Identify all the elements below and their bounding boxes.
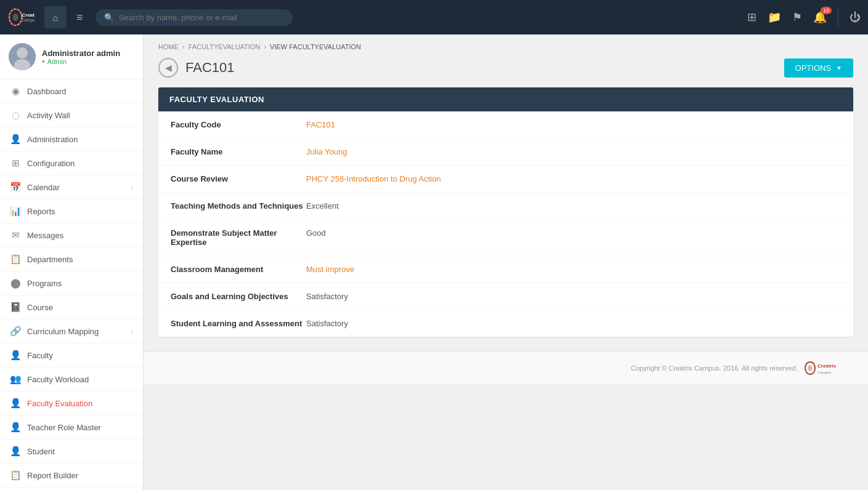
sidebar-item-label-configuration: Configuration (27, 159, 75, 168)
evaluation-card: FACULTY EVALUATION Faculty CodeFAC101Fac… (158, 87, 853, 337)
flag-icon-button[interactable]: ⚑ (792, 10, 802, 24)
breadcrumb-sep2: › (264, 43, 266, 50)
sidebar-item-activity-wall[interactable]: ◌Activity Wall (0, 103, 143, 127)
faculty-icon: 👤 (10, 350, 21, 361)
messages-icon: ✉ (10, 230, 21, 241)
sidebar-item-label-departments: Departments (27, 255, 73, 264)
main-content: HOME › FACULTYEVALUATION › VIEW FACULTYE… (144, 34, 868, 490)
sidebar-item-label-activity-wall: Activity Wall (27, 111, 70, 120)
sidebar-item-teacher-role-master[interactable]: 👤Teacher Role Master (0, 416, 143, 440)
user-role: Admin (42, 58, 120, 65)
sidebar-item-label-programs: Programs (27, 279, 62, 288)
sidebar-item-label-dashboard: Dashboard (27, 87, 67, 96)
svg-point-6 (17, 47, 28, 58)
sidebar-item-label-curriculum-mapping: Curriculum Mapping (27, 327, 99, 336)
sidebar-item-report-builder[interactable]: 📋Report Builder (0, 464, 143, 488)
activity-wall-icon: ◌ (10, 110, 21, 121)
dashboard-icon: ◉ (10, 86, 21, 97)
notification-button[interactable]: 🔔 19 (813, 10, 827, 24)
hamburger-button[interactable]: ≡ (71, 9, 88, 26)
curriculum-mapping-icon: 🔗 (10, 326, 21, 337)
table-row: Faculty CodeFAC101 (158, 111, 853, 139)
search-icon: 🔍 (104, 13, 114, 22)
sidebar-item-label-faculty: Faculty (27, 351, 53, 360)
page-title-area: ◀ FAC101 (158, 58, 235, 78)
search-box: 🔍 (95, 9, 293, 26)
table-row: Student Learning and AssessmentSatisfact… (158, 310, 853, 337)
student-icon: 👤 (10, 446, 21, 457)
sidebar-item-administration[interactable]: 👤Administration (0, 127, 143, 151)
grid-icon-button[interactable]: ⊞ (747, 10, 756, 24)
search-input[interactable] (119, 13, 279, 22)
sidebar-item-messages[interactable]: ✉Messages (0, 223, 143, 247)
course-icon: 📓 (10, 302, 21, 313)
sidebar-item-departments[interactable]: 📋Departments (0, 247, 143, 271)
sidebar-item-student[interactable]: 👤Student (0, 440, 143, 464)
options-button[interactable]: OPTIONS ▼ (784, 58, 853, 78)
back-button[interactable]: ◀ (158, 58, 178, 78)
calendar-icon: 📅 (10, 182, 21, 193)
footer-copyright: Copyright © Creatrix Campus. 2016. All r… (631, 364, 798, 372)
reports-icon: 📊 (10, 206, 21, 217)
sidebar-item-course[interactable]: 📓Course (0, 295, 143, 319)
sidebar-item-curriculum-mapping[interactable]: 🔗Curriculum Mapping› (0, 319, 143, 343)
sidebar-item-faculty[interactable]: 👤Faculty (0, 343, 143, 367)
field-value-5[interactable]: Must improve (306, 265, 841, 274)
svg-text:Creatrix: Creatrix (817, 363, 837, 369)
folder-icon-button[interactable]: 📁 (768, 10, 781, 24)
sidebar-item-configuration[interactable]: ⊞Configuration (0, 151, 143, 175)
sidebar-item-reports[interactable]: 📊Reports (0, 199, 143, 223)
administration-icon: 👤 (10, 134, 21, 145)
field-label-2: Course Review (171, 174, 306, 183)
sidebar-item-label-teacher-role-master: Teacher Role Master (27, 423, 101, 432)
svg-point-2 (13, 14, 18, 21)
svg-text:Creatrix: Creatrix (22, 12, 34, 18)
notification-badge: 19 (821, 7, 832, 14)
sidebar-item-label-administration: Administration (27, 135, 78, 144)
sidebar-item-label-reports: Reports (27, 207, 55, 216)
page-title: FAC101 (185, 60, 235, 76)
field-label-6: Goals and Learning Objectives (171, 292, 306, 301)
power-button[interactable]: ⏻ (850, 11, 861, 24)
field-value-0[interactable]: FAC101 (306, 120, 841, 129)
home-button[interactable]: ⌂ (44, 6, 67, 28)
svg-text:Campus: Campus (22, 18, 34, 23)
field-value-1[interactable]: Julia Young (306, 147, 841, 156)
breadcrumb-home[interactable]: HOME (158, 43, 179, 50)
departments-icon: 📋 (10, 254, 21, 265)
sidebar-item-label-student: Student (27, 447, 55, 456)
card-body: Faculty CodeFAC101Faculty NameJulia Youn… (158, 111, 853, 337)
logo-area: Creatrix Campus (7, 4, 34, 31)
nav-divider (838, 8, 838, 26)
sidebar-item-label-course: Course (27, 303, 53, 312)
nav-right-icons: ⊞ 📁 ⚑ 🔔 19 ⏻ (747, 8, 861, 26)
table-row: Demonstrate Subject Matter ExpertiseGood (158, 220, 853, 256)
table-row: Faculty NameJulia Young (158, 139, 853, 166)
faculty-workload-icon: 👥 (10, 374, 21, 385)
sidebar-item-label-messages: Messages (27, 231, 63, 240)
field-label-3: Teaching Methods and Techniques (171, 201, 306, 211)
sidebar-item-label-report-builder: Report Builder (27, 471, 78, 480)
field-value-3: Excellent (306, 201, 841, 211)
field-value-2[interactable]: PHCY 258-Introduction to Drug Action (306, 174, 841, 183)
user-name: Administrator admin (42, 49, 120, 58)
breadcrumb-parent[interactable]: FACULTYEVALUATION (189, 43, 261, 50)
teacher-role-master-icon: 👤 (10, 422, 21, 433)
sidebar-item-calendar[interactable]: 📅Calendar› (0, 175, 143, 199)
sidebar-item-faculty-evaluation[interactable]: 👤Faculty Evaluation (0, 392, 143, 416)
sidebar-item-dashboard[interactable]: ◉Dashboard (0, 79, 143, 103)
table-row: Classroom ManagementMust improve (158, 256, 853, 283)
field-label-5: Classroom Management (171, 265, 306, 274)
field-value-7: Satisfactory (306, 319, 841, 328)
table-row: Course ReviewPHCY 258-Introduction to Dr… (158, 166, 853, 193)
sidebar-item-faculty-workload[interactable]: 👥Faculty Workload (0, 367, 143, 392)
field-value-4: Good (306, 228, 841, 238)
configuration-icon: ⊞ (10, 158, 21, 169)
programs-icon: ⬤ (10, 278, 21, 289)
logo-icon: Creatrix Campus (7, 4, 34, 31)
sidebar-item-label-faculty-workload: Faculty Workload (27, 375, 89, 384)
sidebar: Administrator admin Admin ◉Dashboard◌Act… (0, 34, 144, 490)
sidebar-item-programs[interactable]: ⬤Programs (0, 271, 143, 295)
options-chevron-icon: ▼ (836, 65, 842, 71)
top-navigation: Creatrix Campus ⌂ ≡ 🔍 ⊞ 📁 ⚑ 🔔 19 ⏻ (0, 0, 868, 34)
